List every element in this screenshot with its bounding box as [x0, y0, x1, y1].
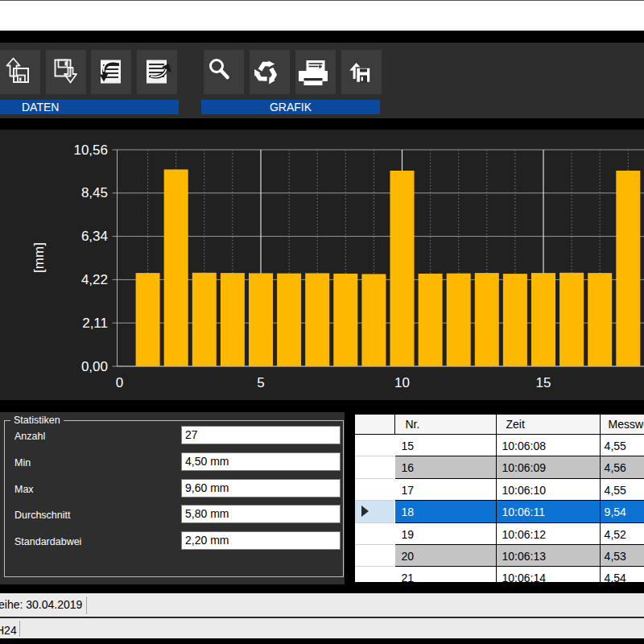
svg-text:8,45: 8,45	[81, 185, 108, 200]
svg-text:6,34: 6,34	[81, 229, 108, 244]
svg-text:10,56: 10,56	[73, 142, 108, 158]
svg-text:5: 5	[257, 375, 264, 390]
svg-text:15: 15	[536, 375, 551, 390]
svg-text:2,11: 2,11	[82, 316, 108, 331]
svg-text:0,00: 0,00	[81, 359, 108, 374]
svg-text:[mm]: [mm]	[31, 242, 47, 273]
svg-text:4,22: 4,22	[81, 272, 108, 287]
svg-text:10: 10	[394, 375, 410, 390]
svg-text:0: 0	[116, 375, 123, 390]
